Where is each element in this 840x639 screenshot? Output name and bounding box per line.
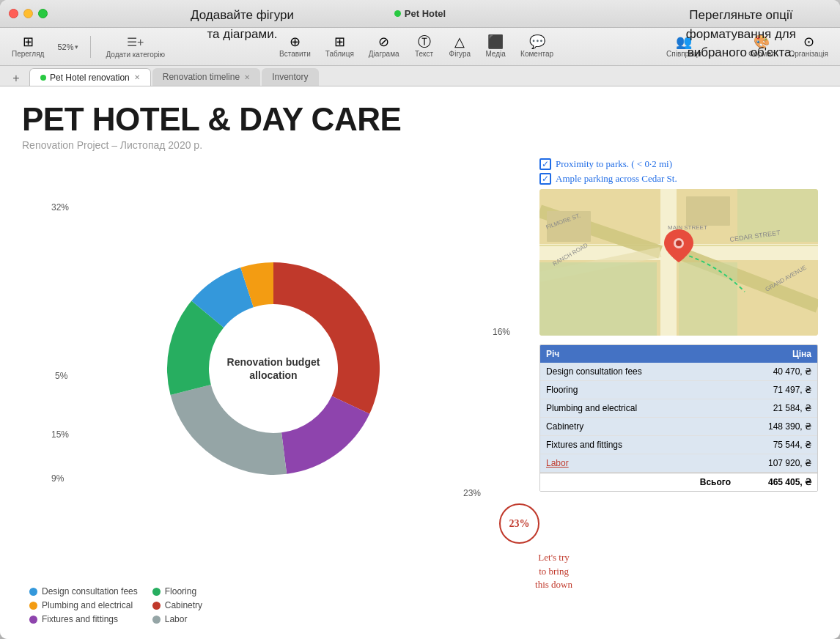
segment-labor	[171, 385, 287, 475]
title-bar: Pet Hotel	[0, 0, 840, 28]
text-label: Текст	[415, 50, 433, 58]
org-icon: ⊙	[803, 35, 814, 48]
scale-value: 52%	[57, 43, 73, 51]
legend-plumbing: Plumbing and electrical	[29, 600, 138, 610]
scale-button[interactable]: 52% ▾	[53, 40, 83, 54]
svg-rect-8	[679, 262, 737, 336]
minimize-button[interactable]	[23, 9, 33, 18]
org-label: Організація	[789, 50, 828, 58]
comment-button[interactable]: 💬 Коментар	[515, 32, 559, 61]
shape-label: Фігура	[449, 50, 471, 58]
legend-dot-design	[29, 588, 37, 596]
donut-chart-wrapper: 32% 16% 5% 15% 9% 23%	[22, 158, 525, 579]
row-item: Design consultation fees	[540, 363, 737, 380]
row-price: 107 920, ₴	[737, 454, 817, 472]
collab-icon: 👥	[676, 35, 692, 48]
annotation-callout: 23%	[499, 503, 539, 544]
table-button[interactable]: ⊞ Таблиця	[320, 32, 360, 61]
format-label: Формат	[748, 50, 775, 58]
callout-text: Let's tryto bringthis down	[535, 551, 572, 591]
row-item: Labor	[540, 454, 737, 472]
add-category-label: Додати категорію	[106, 51, 165, 59]
row-price: 21 584, ₴	[737, 399, 817, 417]
row-item: Flooring	[540, 381, 737, 399]
media-icon: ⬛	[487, 35, 504, 48]
slide-content: PET HOTEL & DAY CARE Renovation Project …	[0, 86, 840, 639]
format-button[interactable]: 🎨 Формат	[743, 32, 781, 61]
table-row: Cabinetry 148 390, ₴	[540, 418, 817, 436]
tab-close-icon[interactable]: ✕	[244, 73, 250, 81]
svg-rect-3	[660, 189, 677, 336]
legend-col-2: Flooring Cabinetry Labor	[152, 586, 202, 624]
donut-center-text: Renovation budget allocation	[227, 355, 320, 382]
table-row: Design consultation fees 40 470, ₴	[540, 363, 817, 381]
svg-rect-11	[686, 196, 730, 226]
tabs-bar: + Pet Hotel renovation ✕ Renovation time…	[0, 66, 840, 86]
add-tab-button[interactable]: +	[9, 71, 23, 86]
row-price: 40 470, ₴	[737, 363, 817, 380]
insert-icon: ⊕	[290, 35, 301, 48]
table-header: Річ Ціна	[540, 345, 817, 363]
chevron-down-icon: ▾	[75, 43, 78, 51]
tab-pet-hotel-renovation[interactable]: Pet Hotel renovation ✕	[29, 68, 151, 86]
svg-rect-7	[539, 262, 657, 336]
callout-circle: 23%	[499, 503, 539, 544]
row-item: Cabinetry	[540, 418, 737, 435]
pct-15: 15%	[51, 429, 69, 440]
legend-design: Design consultation fees	[29, 586, 138, 596]
maximize-button[interactable]	[38, 9, 48, 18]
shape-button[interactable]: △ Фігура	[443, 32, 476, 61]
map-section: Proximity to parks. ( < 0·2 mi) Ample pa…	[539, 158, 818, 336]
org-button[interactable]: ⊙ Організація	[783, 32, 834, 61]
collab-label: Співпраця	[666, 50, 701, 58]
checklist: Proximity to parks. ( < 0·2 mi) Ample pa…	[539, 158, 818, 185]
row-item: Fixtures and fittings	[540, 436, 737, 454]
checkbox-1[interactable]	[539, 158, 551, 170]
checkbox-2[interactable]	[539, 173, 551, 185]
comment-label: Коментар	[520, 50, 553, 58]
total-label: Всього	[540, 473, 737, 491]
legend-labor: Labor	[152, 614, 202, 624]
toolbar: ⊞ Перегляд 52% ▾ ☰+ Додати категорію ⊕ В…	[0, 28, 840, 66]
pct-9: 9%	[51, 473, 64, 484]
collab-button[interactable]: 👥 Співпраця	[660, 32, 707, 61]
table-row: Plumbing and electrical 21 584, ₴	[540, 399, 817, 418]
pct-23: 23%	[463, 488, 481, 498]
close-button[interactable]	[9, 9, 18, 18]
legend-cabinetry: Cabinetry	[152, 600, 202, 610]
insert-label: Вставити	[279, 50, 311, 58]
view-icon: ⊞	[23, 35, 34, 48]
table-row: Fixtures and fittings 75 544, ₴	[540, 436, 817, 454]
check-item-1: Proximity to parks. ( < 0·2 mi)	[539, 158, 818, 170]
row-price: 75 544, ₴	[737, 436, 817, 454]
legend-flooring: Flooring	[152, 586, 202, 596]
row-item: Plumbing and electrical	[540, 399, 737, 417]
donut-chart: Renovation budget allocation	[156, 251, 391, 486]
table-label: Таблиця	[325, 50, 354, 58]
format-icon: 🎨	[754, 35, 770, 48]
header-price: Ціна	[737, 345, 817, 363]
table-row: Labor 107 920, ₴	[540, 454, 817, 473]
media-button[interactable]: ⬛ Медіа	[479, 32, 512, 61]
legend-dot-cabinetry	[152, 602, 161, 610]
pct-5: 5%	[55, 371, 67, 381]
table-row: Flooring 71 497, ₴	[540, 381, 817, 399]
check-item-2: Ample parking across Cedar St.	[539, 173, 818, 185]
insert-button[interactable]: ⊕ Вставити	[273, 32, 317, 61]
table-total-row: Всього 465 405, ₴	[540, 473, 817, 491]
tab-renovation-timeline[interactable]: Renovation timeline ✕	[152, 68, 260, 86]
tab-close-icon[interactable]: ✕	[134, 73, 140, 81]
view-button[interactable]: ⊞ Перегляд	[6, 32, 50, 61]
text-button[interactable]: Ⓣ Текст	[408, 32, 441, 61]
chart-button[interactable]: ⊘ Діаграма	[363, 32, 405, 61]
add-category-button[interactable]: ☰+ Додати категорію	[98, 32, 172, 62]
slide-main: PET HOTEL & DAY CARE Renovation Project …	[0, 86, 840, 639]
comment-icon: 💬	[529, 35, 545, 48]
main-content-row: 32% 16% 5% 15% 9% 23%	[22, 158, 818, 624]
legend-fixtures: Fixtures and fittings	[29, 614, 138, 624]
tab-inventory[interactable]: Inventory	[262, 68, 318, 86]
title-dot	[394, 10, 401, 17]
table-icon: ⊞	[334, 35, 345, 48]
map-svg: CEDAR STREET FILMORE ST. MAIN STREET RAN…	[539, 189, 818, 336]
window-title: Pet Hotel	[394, 8, 446, 19]
